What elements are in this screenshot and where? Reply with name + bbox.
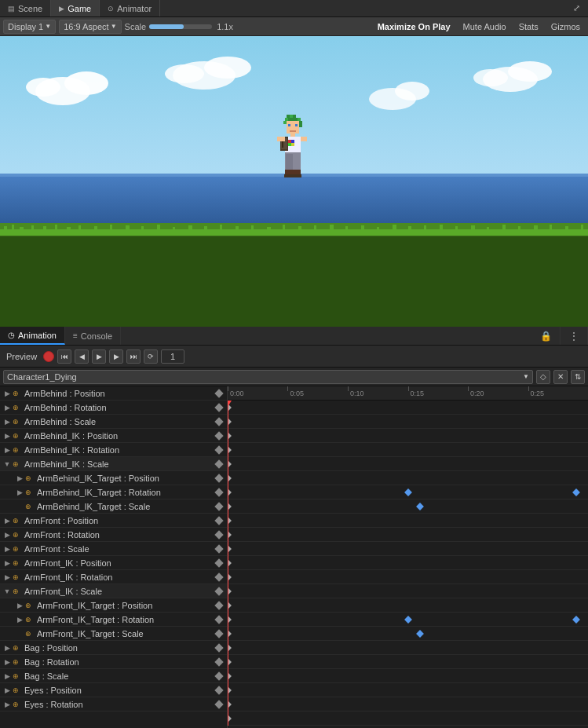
prop-row-4[interactable]: ▶⊕ArmBehind_IK : Rotation bbox=[0, 443, 227, 457]
keyframe-7-16[interactable] bbox=[416, 503, 424, 510]
timeline-row-13[interactable] bbox=[228, 584, 588, 598]
timeline-row-12[interactable] bbox=[228, 570, 588, 584]
svg-rect-46 bbox=[408, 226, 411, 231]
timeline-area[interactable]: 0:000:050:100:150:200:250:30 bbox=[228, 386, 588, 728]
timeline-row-11[interactable] bbox=[228, 556, 588, 570]
mute-audio-btn[interactable]: Mute Audio bbox=[458, 20, 511, 34]
keyframe-16-16[interactable] bbox=[416, 630, 424, 638]
prop-row-3[interactable]: ▶⊕ArmBehind_IK : Position bbox=[0, 429, 227, 443]
expand-arrow-7: ▶ bbox=[16, 488, 24, 496]
timeline-row-19[interactable] bbox=[228, 669, 588, 683]
tab-animator[interactable]: ⊙ Animator bbox=[100, 0, 160, 16]
prop-row-10[interactable]: ▶⊕ArmFront : Rotation bbox=[0, 528, 227, 542]
prev-frame-btn[interactable]: ◀ bbox=[75, 349, 89, 364]
prop-row-15[interactable]: ▶⊕ArmFront_IK_Target : Position bbox=[0, 598, 227, 613]
prop-row-7[interactable]: ▶⊕ArmBehind_IK_Target : Rotation bbox=[0, 485, 227, 499]
prop-row-20[interactable]: ▶⊕Bag : Scale bbox=[0, 669, 227, 683]
clip-dropdown[interactable]: Character1_Dying ▼ bbox=[3, 370, 533, 384]
prop-row-1[interactable]: ▶⊕ArmBehind : Rotation bbox=[0, 401, 227, 415]
prop-diamond-12 bbox=[214, 558, 223, 567]
anim-lock-btn[interactable]: 🔒 bbox=[532, 327, 561, 345]
timeline-row-1[interactable] bbox=[228, 415, 588, 429]
display-dropdown[interactable]: Display 1 ▼ bbox=[3, 20, 56, 34]
prop-row-11[interactable]: ▶⊕ArmFront : Scale bbox=[0, 542, 227, 556]
go-to-end-btn[interactable]: ⏭ bbox=[126, 349, 141, 364]
frame-number-input[interactable] bbox=[161, 349, 184, 364]
maximize-on-play-btn[interactable]: Maximize On Play bbox=[373, 20, 455, 34]
keyframe-6-15[interactable] bbox=[404, 488, 412, 496]
prop-icon-4: ⊕ bbox=[13, 445, 22, 455]
timeline-row-9[interactable] bbox=[228, 528, 588, 542]
prop-row-6[interactable]: ▶⊕ArmBehind_IK_Target : Position bbox=[0, 471, 227, 485]
prop-row-8[interactable]: ⊕ArmBehind_IK_Target : Scale bbox=[0, 499, 227, 514]
timeline-row-0[interactable] bbox=[228, 401, 588, 415]
timeline-row-14[interactable] bbox=[228, 598, 588, 613]
prop-row-9[interactable]: ▶⊕ArmFront : Position bbox=[0, 514, 227, 528]
expand-arrow-21: ▶ bbox=[3, 686, 11, 694]
prop-row-19[interactable]: ▶⊕Bag : Rotation bbox=[0, 655, 227, 669]
svg-rect-27 bbox=[110, 225, 112, 229]
svg-rect-47 bbox=[424, 225, 426, 231]
prop-row-13[interactable]: ▶⊕ArmFront_IK : Rotation bbox=[0, 570, 227, 584]
timeline-row-3[interactable] bbox=[228, 443, 588, 457]
svg-rect-31 bbox=[173, 227, 175, 232]
go-to-start-btn[interactable]: ⏮ bbox=[57, 349, 71, 364]
timeline-row-18[interactable] bbox=[228, 655, 588, 669]
prop-name-4: ArmBehind_IK : Rotation bbox=[24, 445, 216, 455]
keyframe-15-29[interactable] bbox=[572, 616, 580, 624]
animation-panel: ◷ Animation ≡ Console 🔒 ⋮ Preview ⏮ ◀ ▶ … bbox=[0, 327, 588, 728]
timeline-row-8[interactable] bbox=[228, 514, 588, 528]
tab-console[interactable]: ≡ Console bbox=[65, 327, 121, 345]
timeline-row-20[interactable] bbox=[228, 683, 588, 697]
anim-more-btn[interactable]: ⋮ bbox=[561, 327, 588, 345]
prop-row-2[interactable]: ▶⊕ArmBehind : Scale bbox=[0, 415, 227, 429]
keyframe-15-15[interactable] bbox=[404, 616, 412, 624]
timeline-row-16[interactable] bbox=[228, 627, 588, 641]
timeline-row-10[interactable] bbox=[228, 542, 588, 556]
prop-row-22[interactable]: ▶⊕Eyes : Rotation bbox=[0, 697, 227, 712]
timeline-row-7[interactable] bbox=[228, 499, 588, 514]
aspect-dropdown[interactable]: 16:9 Aspect ▼ bbox=[59, 20, 121, 34]
prop-row-14[interactable]: ▼⊕ArmFront_IK : Scale bbox=[0, 584, 227, 598]
svg-rect-65 bbox=[299, 121, 302, 127]
tab-game[interactable]: ▶ Game bbox=[51, 0, 100, 16]
svg-rect-25 bbox=[79, 225, 81, 231]
prop-name-17: ArmFront_IK_Target : Scale bbox=[37, 629, 216, 638]
tab-scene[interactable]: ▤ Scene bbox=[0, 0, 51, 16]
expand-arrow-13: ▶ bbox=[3, 573, 11, 581]
record-button[interactable] bbox=[43, 351, 54, 362]
timeline-row-17[interactable] bbox=[228, 641, 588, 655]
keyframe-6-29[interactable] bbox=[572, 488, 580, 496]
prop-row-0[interactable]: ▶⊕ArmBehind : Position bbox=[0, 386, 227, 401]
scale-slider[interactable] bbox=[149, 24, 212, 29]
prop-row-16[interactable]: ▶⊕ArmFront_IK_Target : Rotation bbox=[0, 613, 227, 627]
prop-row-21[interactable]: ▶⊕Eyes : Position bbox=[0, 683, 227, 697]
timeline-row-5[interactable] bbox=[228, 471, 588, 485]
svg-rect-39 bbox=[298, 226, 301, 231]
prop-icon-7: ⊕ bbox=[25, 488, 35, 497]
gizmos-btn[interactable]: Gizmos bbox=[546, 20, 585, 34]
timeline-row-6[interactable] bbox=[228, 485, 588, 499]
timeline-row-15[interactable] bbox=[228, 613, 588, 627]
svg-rect-29 bbox=[141, 226, 144, 231]
expand-arrow-19: ▶ bbox=[3, 658, 11, 666]
prop-row-5[interactable]: ▼⊕ArmBehind_IK : Scale bbox=[0, 457, 227, 471]
delete-keyframe-btn[interactable]: ✕ bbox=[553, 370, 568, 384]
prop-row-12[interactable]: ▶⊕ArmFront_IK : Position bbox=[0, 556, 227, 570]
keyframe-tangent-btn[interactable]: ⇅ bbox=[571, 370, 585, 384]
timeline-row-2[interactable] bbox=[228, 429, 588, 443]
timeline-row-4[interactable] bbox=[228, 457, 588, 471]
add-keyframe-btn[interactable]: ◇ bbox=[536, 370, 550, 384]
play-btn[interactable]: ▶ bbox=[92, 349, 106, 364]
next-frame-btn[interactable]: ▶ bbox=[109, 349, 123, 364]
timeline-row-21[interactable] bbox=[228, 697, 588, 712]
svg-rect-30 bbox=[157, 225, 160, 230]
maximize-window-btn[interactable]: ⤢ bbox=[565, 0, 588, 16]
tab-animation[interactable]: ◷ Animation bbox=[0, 327, 65, 345]
loop-btn[interactable]: ⟳ bbox=[144, 349, 158, 364]
timeline-row-22[interactable] bbox=[228, 712, 588, 726]
prop-icon-17: ⊕ bbox=[25, 629, 35, 638]
prop-row-17[interactable]: ⊕ArmFront_IK_Target : Scale bbox=[0, 627, 227, 641]
stats-btn[interactable]: Stats bbox=[514, 20, 543, 34]
prop-row-18[interactable]: ▶⊕Bag : Position bbox=[0, 641, 227, 655]
